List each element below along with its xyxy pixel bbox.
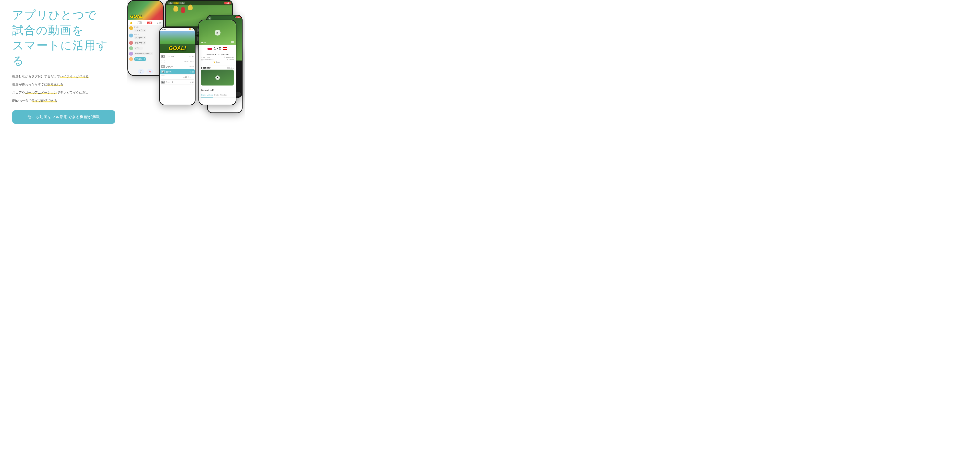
left-section: アプリひとつで 試合の動画を スマートに活用する 撮影しながらタグ付けするだけで… (0, 0, 127, 131)
p5-close-btn[interactable]: ✕ (208, 16, 212, 20)
speed-1-5x[interactable]: 1.5x (173, 2, 178, 5)
event-1: ⚽ ファウル 01:10 (161, 54, 194, 59)
p4-second-half-header: Second half (199, 86, 236, 92)
p4-detail-type: 🤝 Team ··· (201, 61, 234, 63)
phone-match-detail: ▶ 47:37 1 - 2 (199, 20, 236, 105)
p4-screen: ▶ 47:37 1 - 2 (199, 20, 236, 105)
svg-point-2 (232, 41, 234, 42)
p4-score-bar: 1 - 2 (199, 45, 236, 52)
headline-line2: 試合の動画を (12, 22, 118, 38)
p3-goal-overlay: GOAL! (160, 44, 195, 53)
tab-game-videos[interactable]: Game videos (201, 94, 213, 97)
p4-thumb: ▶ (201, 70, 234, 86)
p4-vs-line: Funabashi VS yachiyo (201, 53, 234, 56)
p1-goal-text: GOAL (130, 14, 143, 19)
live-count: ▲ 35 (157, 22, 161, 24)
features-list: 撮影しながらタグ付けするだけでハイライトが作れる 撮影が終わったらすぐに振り返れ… (12, 74, 118, 103)
p3-events-list: ⚽ ファウル 01:10 04:35 ゴール ⚽ ファウル 05:23 (160, 53, 195, 86)
feature-2: 撮影が終わったらすぐに振り返れる (12, 82, 118, 87)
feature-3: スコアやゴールアニメーションでテレビライクに演出 (12, 90, 118, 95)
p3-video-area: GOAL! (160, 31, 195, 53)
phone-chat-live: GOAL 🔔 LIVE ▲ 35 直太朗 ナイスプレイ (127, 0, 164, 76)
live-toggle[interactable] (137, 21, 142, 24)
chat-item-5: その調子でもう一点！ (129, 52, 162, 56)
p1-bottom-bar: 💬 🔖 (128, 69, 163, 74)
avatar-1 (129, 26, 133, 30)
event-6: ⚽ シュート 18:42 (161, 79, 194, 85)
tab-stats[interactable]: Stats (214, 94, 218, 97)
cta-button[interactable]: 他にも動画をフル活用できる機能が満載 (12, 110, 115, 124)
chat-item-6: がんばれー！ (129, 57, 162, 61)
p1-live-bar: 🔔 LIVE ▲ 35 (128, 20, 163, 25)
p1-chat-items: 直太朗 ナイスプレイ 田口 さ いいぞー！！ (128, 25, 163, 64)
p1-comment-btn[interactable]: 💬 (138, 69, 145, 74)
chat-item-4: すごい！ (129, 46, 162, 50)
event-icon-4: ⚽ (161, 70, 165, 73)
p4-first-half-header: First half 280 view (199, 65, 236, 70)
speed-3x[interactable]: 3.0x (179, 2, 185, 5)
p1-bookmark-btn[interactable]: 🔖 (146, 69, 153, 74)
event-icon-5 (161, 75, 165, 78)
p5-live-badge: LIVE (236, 16, 241, 18)
p4-flag-team1 (207, 47, 212, 50)
speed-1x[interactable]: 1.0x (167, 2, 173, 5)
tab-timeline[interactable]: Timeline (220, 94, 228, 97)
main-headline: アプリひとつで 試合の動画を スマートに活用する (12, 7, 118, 68)
feature-1: 撮影しながらタグ付けするだけでハイライトが作れる (12, 74, 118, 79)
p4-flag-team2 (223, 47, 228, 50)
right-section: GOAL 🔔 LIVE ▲ 35 直太朗 ナイスプレイ (127, 0, 245, 131)
avatar-4 (129, 46, 133, 50)
p3-status-bar: 11:00 📶 🔋 (160, 28, 195, 31)
feature-4: iPhone一台でライブ配信できる (12, 98, 118, 103)
p4-detail-venue: @Fukuda arena ⊕ Middle (201, 59, 234, 61)
avatar-5 (129, 52, 133, 56)
event-icon-3: ⚽ (161, 65, 165, 68)
phone-events: 11:00 📶 🔋 GOAL! ⚽ ファウル 01:10 (159, 27, 196, 105)
p4-video-time: 47:37 (200, 42, 205, 44)
p4-tabs: Game videos Stats Timeline (199, 92, 236, 98)
avatar-2 (129, 33, 133, 38)
p3-screen: 11:00 📶 🔋 GOAL! ⚽ ファウル 01:10 (160, 28, 195, 105)
p4-match-info: Funabashi VS yachiyo 2018/11/18 ⏱ 40min … (199, 52, 236, 65)
p4-thumb-play[interactable]: ▶ (215, 75, 220, 80)
headline-line1: アプリひとつで (12, 7, 118, 22)
event-5: 11:12 シュート (161, 75, 194, 79)
headline-line3: スマートに活用する (12, 38, 118, 68)
live-badge: LIVE (147, 22, 153, 24)
event-icon-6: ⚽ (161, 81, 165, 84)
p4-score: 1 - 2 (214, 46, 221, 50)
p4-detail-date: 2018/11/18 ⏱ 40min half (201, 57, 234, 58)
p2-top-bar: 1.0x 1.5x 3.0x LIVE (166, 1, 232, 5)
bell-icon: 🔔 (130, 22, 132, 24)
p4-play-btn[interactable]: ▶ (215, 30, 221, 35)
event-2: 04:35 ゴール (161, 59, 194, 64)
p2-live-badge: LIVE (224, 2, 231, 5)
event-4-highlight: ⚽ ゴール 08:08 (160, 69, 195, 75)
avatar-6 (129, 57, 133, 61)
p4-first-half-video: ▶ (199, 70, 236, 86)
cloud-icon (231, 40, 234, 44)
chat-item-3: ナイスゴール (129, 41, 162, 45)
chat-item-2: 田口 さ いいぞー！！ (129, 33, 162, 40)
page-container: アプリひとつで 試合の動画を スマートに活用する 撮影しながらタグ付けするだけで… (0, 0, 245, 131)
chat-item-1: 直太朗 ナイスプレイ (129, 26, 162, 32)
p4-video: ▶ 47:37 (199, 20, 236, 45)
event-icon-2 (161, 60, 165, 63)
event-3: ⚽ ファウル 05:23 (161, 64, 194, 69)
event-icon-1: ⚽ (161, 55, 165, 58)
avatar-3 (129, 41, 133, 45)
